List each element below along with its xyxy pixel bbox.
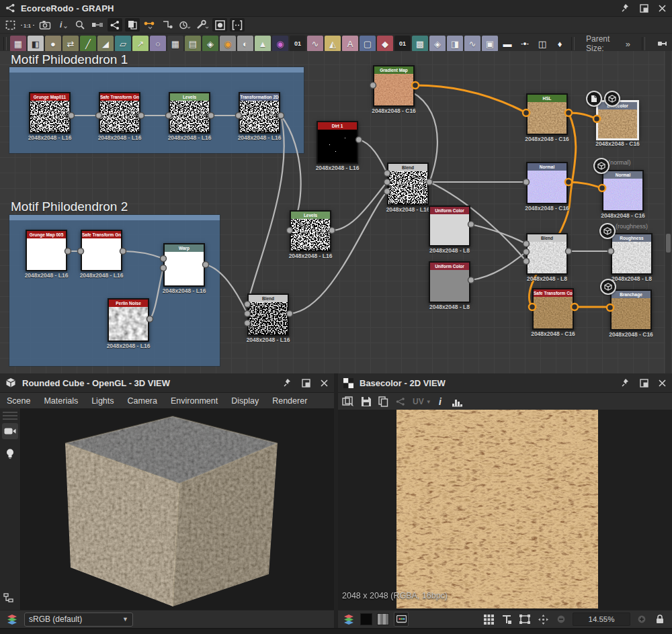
cells-node-icon[interactable]: ▩ bbox=[412, 36, 428, 52]
node-safe-transform-grayscale[interactable]: Safe Transform Graysc... 2048x2048 - L16 bbox=[81, 230, 122, 271]
node-hsl[interactable]: HSL 2048x2048 - C16 bbox=[526, 93, 568, 135]
gradient-node-icon[interactable]: ◐ bbox=[237, 36, 253, 52]
node-output-normal[interactable]: Normal 2048x2048 - C16 bbox=[602, 170, 644, 212]
fx-switch-node-icon[interactable]: ◨ bbox=[447, 36, 463, 52]
compute-time-icon[interactable] bbox=[177, 18, 192, 32]
lock-zoom-icon[interactable] bbox=[653, 613, 667, 626]
bitmap-node-icon[interactable]: 01 bbox=[290, 36, 306, 52]
mirror-node-icon[interactable]: ◭ bbox=[325, 36, 341, 52]
connect-elbow-icon[interactable] bbox=[160, 18, 175, 32]
node-output-branchage[interactable]: Branchage 2048x2048 - C16 bbox=[610, 289, 652, 330]
dot-frame-icon[interactable]: -●- bbox=[517, 36, 533, 52]
graph-view-icon[interactable] bbox=[108, 18, 122, 32]
node-levels[interactable]: Levels 2048x2048 - L16 bbox=[169, 92, 210, 134]
safe-transform-node-icon[interactable]: ↗ bbox=[132, 36, 149, 52]
zoom-out-icon[interactable] bbox=[554, 613, 568, 626]
menu-display[interactable]: Display bbox=[224, 396, 265, 406]
close-icon[interactable] bbox=[658, 379, 667, 388]
channels-layers-icon[interactable] bbox=[343, 614, 355, 625]
colorspace-dropdown[interactable]: sRGB (default) ▼ bbox=[24, 613, 133, 627]
node-levels-2[interactable]: Levels 2048x2048 - L16 bbox=[290, 210, 331, 252]
link-parent-icon[interactable] bbox=[657, 40, 667, 48]
search-icon[interactable] bbox=[73, 18, 87, 32]
fx-dot-node-icon[interactable]: ▣ bbox=[482, 36, 498, 52]
node-blend-1[interactable]: Blend 2048x2048 - L16 bbox=[387, 163, 429, 206]
view-3d-badge[interactable] bbox=[604, 91, 620, 107]
node-uniform-color-1[interactable]: Uniform Color 2048x2048 - L8 bbox=[429, 206, 470, 246]
node-transformation-2d[interactable]: Transformation 2D 2048x2048 - L16 bbox=[239, 92, 280, 134]
scene-tree-icon[interactable] bbox=[3, 593, 14, 606]
export-image-icon[interactable] bbox=[342, 396, 354, 407]
pin-icon[interactable] bbox=[621, 3, 630, 13]
tile-sampler-node-icon[interactable]: ◈ bbox=[202, 36, 218, 52]
menu-lights[interactable]: Lights bbox=[85, 396, 120, 406]
blend-node-icon[interactable]: ◧ bbox=[28, 36, 44, 52]
scrollbar-thumb[interactable] bbox=[666, 234, 671, 253]
view-3d-badge[interactable] bbox=[600, 279, 616, 295]
frame-title[interactable]: Motif Philodendron 1 bbox=[11, 52, 128, 67]
save-icon[interactable] bbox=[361, 396, 372, 407]
node-safe-transform-grayscale[interactable]: Safe Transform Graysc... 2048x2048 - L16 bbox=[99, 92, 140, 134]
node-info-icon[interactable]: i bbox=[55, 18, 70, 32]
toolbar-grip[interactable] bbox=[3, 412, 17, 422]
float-window-icon[interactable] bbox=[640, 4, 648, 13]
tile-generator-node-icon[interactable]: ▦ bbox=[167, 36, 183, 52]
node-grunge-map-005[interactable]: Grunge Map 005 2048x2048 - L16 bbox=[26, 230, 67, 271]
node-dirt-1[interactable]: Dirt 1 2048x2048 - L16 bbox=[317, 121, 358, 164]
comment-icon[interactable]: ▬ bbox=[499, 36, 515, 52]
grid-toggle-icon[interactable] bbox=[482, 613, 495, 626]
grayscale-swatch[interactable] bbox=[377, 613, 389, 625]
menu-camera[interactable]: Camera bbox=[121, 396, 164, 406]
node-warp[interactable]: Warp 2048x2048 - L16 bbox=[163, 243, 205, 287]
distance-node-icon[interactable]: ◉ bbox=[220, 36, 236, 52]
node-output-basecolor[interactable]: Basecolor 2048x2048 - C16 bbox=[597, 101, 638, 140]
light-bulb-icon[interactable] bbox=[2, 446, 18, 462]
node-normal[interactable]: Normal 2048x2048 - C16 bbox=[526, 162, 568, 204]
menu-environment[interactable]: Environment bbox=[164, 396, 224, 406]
view-3d-badge[interactable] bbox=[599, 223, 616, 239]
color-wheel-node-icon[interactable]: ◉ bbox=[272, 36, 288, 52]
zoom-one-to-one-icon[interactable]: 1:1 bbox=[20, 18, 35, 32]
view-3d-badge[interactable] bbox=[593, 158, 610, 174]
copy-icon[interactable] bbox=[378, 396, 388, 407]
camera-view-icon[interactable] bbox=[2, 423, 18, 439]
close-icon[interactable] bbox=[658, 4, 667, 13]
graph-canvas[interactable]: Motif Philodendron 1 Motif Philodendron … bbox=[0, 51, 672, 373]
pixel-processor-node-icon[interactable]: 01 bbox=[394, 36, 411, 52]
pin-icon[interactable] bbox=[283, 378, 292, 388]
fx-curve-node-icon[interactable]: ∿ bbox=[464, 36, 480, 52]
zoom-in-icon[interactable] bbox=[635, 613, 648, 626]
display-layers-icon[interactable] bbox=[7, 614, 19, 625]
view-3d-titlebar[interactable]: Rounded Cube - OpenGL - 3D VIEW bbox=[0, 373, 334, 393]
float-window-icon[interactable] bbox=[302, 379, 310, 388]
transformation-node-icon[interactable]: ▱ bbox=[115, 36, 131, 52]
node-output-roughness[interactable]: Roughness 2048x2048 - L8 bbox=[611, 233, 653, 275]
zoom-level-field[interactable]: 14.55% bbox=[573, 613, 630, 626]
splatter-node-icon[interactable]: ▤ bbox=[185, 36, 201, 52]
graph-titlebar[interactable]: EcorceRodo - GRAPH bbox=[0, 0, 672, 17]
export-document-badge[interactable] bbox=[586, 91, 602, 107]
view-3d-viewport[interactable] bbox=[0, 408, 334, 610]
view-2d-viewport[interactable]: 2048 x 2048 (RGBA, 16bpc) bbox=[338, 410, 672, 610]
levels-node-icon[interactable]: ╱ bbox=[80, 36, 96, 52]
close-icon[interactable] bbox=[320, 379, 329, 388]
pin-node-icon[interactable]: ♦ bbox=[552, 36, 568, 52]
node-safe-transform-color[interactable]: Safe Transform Color 2048x2048 - C16 bbox=[532, 288, 574, 330]
grid-snap-icon[interactable] bbox=[230, 18, 245, 32]
histogram-scan-node-icon[interactable]: ▲ bbox=[255, 36, 271, 52]
histogram-icon[interactable] bbox=[452, 397, 463, 407]
menu-renderer[interactable]: Renderer bbox=[265, 396, 314, 406]
flood-fill-node-icon[interactable]: ◆ bbox=[377, 36, 393, 52]
blur-node-icon[interactable]: ● bbox=[45, 36, 61, 52]
graph-link-icon[interactable] bbox=[395, 397, 406, 406]
sharpen-node-icon[interactable]: ◢ bbox=[97, 36, 114, 52]
node-grunge-map-011[interactable]: Grunge Map011 2048x2048 - L16 bbox=[29, 92, 71, 134]
pan-move-icon[interactable] bbox=[536, 613, 550, 626]
frame-all-icon[interactable] bbox=[3, 18, 17, 32]
channel-shuffle-node-icon[interactable]: ⇄ bbox=[62, 36, 79, 52]
expand-chevrons[interactable]: » bbox=[626, 39, 630, 49]
shape-node-icon[interactable]: ○ bbox=[150, 36, 166, 52]
uniform-color-node-icon[interactable]: ▦ bbox=[10, 36, 26, 52]
fit-view-icon[interactable] bbox=[518, 613, 532, 626]
info-icon[interactable]: i bbox=[438, 396, 445, 407]
